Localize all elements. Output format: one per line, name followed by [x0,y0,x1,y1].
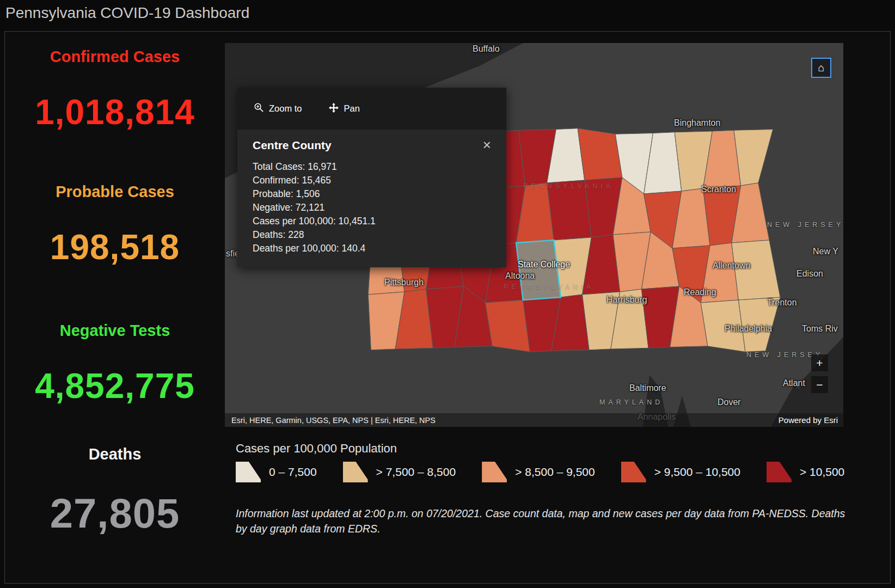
zoom-to-icon [254,102,264,115]
content-panel: Confirmed Cases 1,018,814 Probable Cases… [4,31,891,584]
legend-label: > 9,500 – 10,500 [654,465,740,479]
popup-stat-line: Deaths: 228 [253,228,491,242]
legend-title: Cases per 100,000 Population [236,442,397,456]
dashboard: Pennsylvania COVID-19 Dashboard Confirme… [0,0,895,588]
legend-items: 0 – 7,500> 7,500 – 8,500> 8,500 – 9,500>… [236,462,844,482]
home-icon: ⌂ [818,62,824,74]
stat-confirmed-cases: Confirmed Cases 1,018,814 [5,47,225,131]
stat-probable-cases: Probable Cases 198,518 [5,182,225,266]
legend-swatch [236,462,261,482]
legend-label: 0 – 7,500 [269,465,317,479]
legend-label: > 8,500 – 9,500 [515,465,595,479]
last-updated-note: Information last updated at 2:00 p.m. on… [236,506,848,536]
legend-swatch [343,462,368,482]
popup-title: Centre County [253,139,332,152]
legend-item: > 10,500 [767,462,844,482]
zoom-in-button[interactable]: + [811,354,828,371]
legend-item: 0 – 7,500 [236,462,317,482]
stat-value-confirmed: 1,018,814 [5,93,225,131]
popup-stat-line: Total Cases: 16,971 [253,160,491,174]
stat-label-deaths: Deaths [5,445,225,463]
popup-stat-line: Negative: 72,121 [253,201,491,215]
county-centre-highlighted[interactable] [516,240,561,300]
stat-label-probable: Probable Cases [5,182,225,201]
powered-by-esri: Powered by Esri [778,415,838,425]
county-polygon[interactable] [547,180,592,240]
stat-label-confirmed: Confirmed Cases [5,47,225,66]
popup-action-bar: Zoom to Pan [237,88,506,130]
map-popup: Zoom to Pan Centre County × [237,88,506,267]
popup-lines: Total Cases: 16,971Confirmed: 15,465Prob… [253,160,491,255]
map-container[interactable]: PENNSYLVANIAPENNSYLVANIANEW JERSEYNEW JE… [225,43,843,427]
zoom-to-label: Zoom to [269,103,302,114]
popup-stat-line: Confirmed: 15,465 [253,174,491,187]
stat-negative-tests: Negative Tests 4,852,775 [5,321,225,405]
map-attribution: Esri, HERE, Garmin, USGS, EPA, NPS | Esr… [225,413,843,427]
legend-item: > 8,500 – 9,500 [482,462,595,482]
stat-value-probable: 198,518 [5,228,225,266]
pan-action[interactable]: Pan [328,102,360,115]
legend-swatch [482,462,507,482]
county-polygon[interactable] [701,300,745,352]
zoom-out-button[interactable]: − [811,376,828,393]
popup-stat-line: Probable: 1,506 [253,187,491,201]
attribution-sources: Esri, HERE, Garmin, USGS, EPA, NPS | Esr… [231,416,436,425]
legend-label: > 10,500 [800,465,844,479]
legend-item: > 7,500 – 8,500 [343,462,456,482]
stat-label-negative: Negative Tests [5,321,225,340]
legend-swatch [621,462,646,482]
stat-value-deaths: 27,805 [5,491,225,536]
popup-body: Centre County × Total Cases: 16,971Confi… [237,130,506,267]
popup-close-icon[interactable]: × [483,139,491,151]
legend-label: > 7,500 – 8,500 [376,465,456,479]
zoom-controls: + − [811,354,828,393]
pan-label: Pan [344,103,360,114]
stat-value-negative: 4,852,775 [5,367,225,405]
stat-deaths: Deaths 27,805 [5,445,225,536]
home-button[interactable]: ⌂ [811,58,831,78]
county-polygon[interactable] [486,300,530,352]
pan-icon [328,102,339,115]
legend-swatch [767,462,792,482]
popup-stat-line: Cases per 100,000: 10,451.1 [253,215,491,228]
legend-item: > 9,500 – 10,500 [621,462,740,482]
zoom-to-action[interactable]: Zoom to [254,102,302,115]
page-title: Pennsylvania COVID-19 Dashboard [5,4,249,22]
popup-stat-line: Deaths per 100,000: 140.4 [253,242,491,255]
